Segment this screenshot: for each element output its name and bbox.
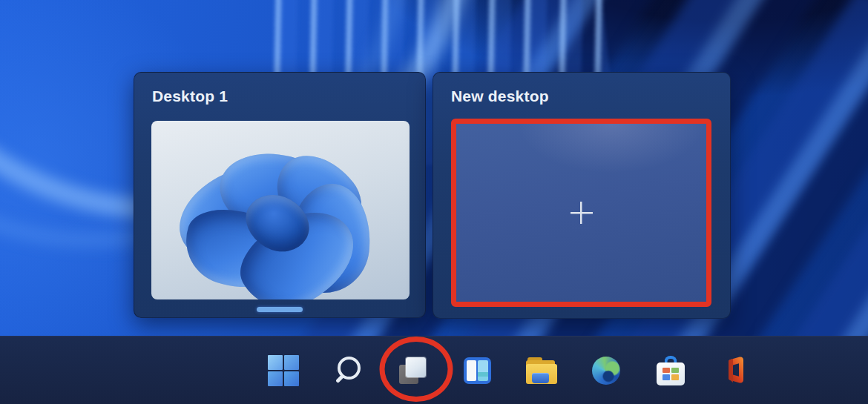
widgets-button[interactable]: [458, 348, 496, 393]
windows-start-icon: [268, 355, 299, 386]
new-desktop-label: New desktop: [451, 87, 549, 105]
search-button[interactable]: [329, 348, 367, 393]
edge-button[interactable]: [587, 348, 625, 393]
task-view-icon: [398, 356, 427, 385]
file-explorer-button[interactable]: [522, 348, 561, 393]
plus-icon: [571, 202, 593, 224]
taskbar: [0, 336, 868, 404]
desktop-1-label: Desktop 1: [152, 87, 228, 105]
start-button[interactable]: [264, 348, 303, 393]
edge-browser-icon: [592, 357, 620, 385]
office-icon: [720, 356, 750, 385]
new-desktop-card[interactable]: New desktop: [433, 72, 731, 319]
store-bag-icon: [657, 356, 685, 385]
microsoft-store-button[interactable]: [651, 348, 690, 393]
new-desktop-thumbnail annotation-rectangle[interactable]: [451, 119, 711, 307]
desktop-1-thumbnail[interactable]: [151, 121, 410, 299]
desktop-card-1[interactable]: Desktop 1: [134, 72, 426, 318]
search-icon: [333, 354, 363, 387]
windows-11-task-view-screen: Desktop 1 New desktop: [0, 0, 868, 404]
office-button[interactable]: [716, 348, 754, 393]
active-desktop-indicator: [257, 307, 303, 312]
task-view-button[interactable]: [393, 348, 432, 393]
folder-icon: [526, 357, 557, 384]
taskbar-icon-row: [264, 337, 754, 404]
widgets-icon: [464, 357, 491, 384]
